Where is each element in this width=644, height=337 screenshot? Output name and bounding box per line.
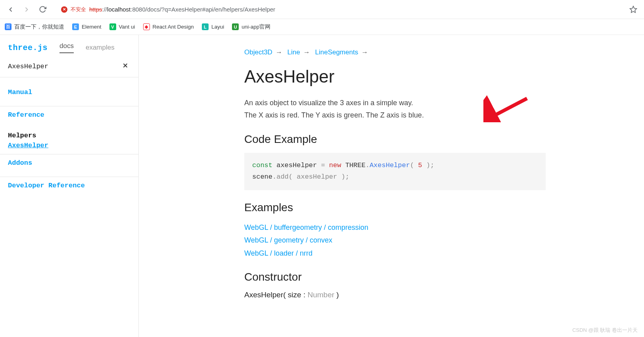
- bookmark-label: uni-app官网: [242, 23, 270, 31]
- example-link[interactable]: WebGL / buffergeometry / compression: [244, 221, 546, 234]
- url-text: https://localhost:8080/docs/?q=AxesHelpe…: [89, 6, 275, 13]
- bookmark-label: Element: [82, 24, 102, 30]
- arrow-icon: →: [361, 48, 368, 56]
- bookmark-item[interactable]: VVant ui: [109, 23, 135, 30]
- bookmark-icon: U: [232, 23, 239, 30]
- description: An axis object to visualize the 3 axes i…: [244, 97, 546, 121]
- sidebar-header: three.js docs examples: [0, 35, 138, 56]
- nav-devref[interactable]: Developer Reference: [0, 177, 138, 194]
- arrow-icon: →: [276, 48, 282, 56]
- bookmark-item[interactable]: ◆React Ant Design: [143, 23, 194, 30]
- bookmark-star-button[interactable]: [627, 3, 640, 16]
- nav-helpers-head: Helpers: [8, 132, 130, 139]
- bookmark-icon: E: [72, 23, 79, 30]
- bookmark-label: Layui: [211, 24, 224, 30]
- tab-examples[interactable]: examples: [86, 44, 115, 52]
- content: Object3D→ Line→ LineSegments→ AxesHelper…: [139, 35, 644, 337]
- bookmark-item[interactable]: Uuni-app官网: [232, 23, 270, 31]
- nav-item-axeshelper[interactable]: AxesHelper: [8, 142, 48, 149]
- heading-code-example: Code Example: [244, 133, 546, 146]
- star-icon: [629, 6, 637, 13]
- search-input[interactable]: [8, 63, 120, 70]
- constructor-signature: AxesHelper( size : Number ): [244, 291, 546, 299]
- tab-docs[interactable]: docs: [59, 42, 74, 53]
- bookmark-item[interactable]: LLayui: [202, 23, 224, 30]
- browser-chrome: ✕ 不安全 https://localhost:8080/docs/?q=Axe…: [0, 0, 644, 19]
- watermark: CSDN @跟 耿瑞 卷出一片天: [572, 327, 638, 334]
- breadcrumb: Object3D→ Line→ LineSegments→: [244, 48, 546, 56]
- page-title: AxesHelper: [244, 67, 546, 87]
- nav-reference-sub: Helpers AxesHelper: [0, 124, 138, 149]
- svg-marker-0: [630, 6, 637, 12]
- nav-manual[interactable]: Manual: [0, 84, 138, 101]
- examples-list: WebGL / buffergeometry / compression Web…: [244, 221, 546, 260]
- forward-button[interactable]: [20, 3, 33, 16]
- clear-search-button[interactable]: [120, 61, 130, 71]
- bookmark-label: 百度一下，你就知道: [14, 23, 64, 31]
- example-link[interactable]: WebGL / geometry / convex: [244, 234, 546, 246]
- bookmark-label: Vant ui: [119, 24, 135, 30]
- nav-reference[interactable]: Reference: [0, 106, 138, 124]
- bookmark-label: React Ant Design: [153, 24, 194, 30]
- bookmark-item[interactable]: 百百度一下，你就知道: [5, 23, 64, 31]
- nav: Manual Reference Helpers AxesHelper Addo…: [0, 77, 138, 194]
- example-link[interactable]: WebGL / loader / nrrd: [244, 247, 546, 260]
- arrow-left-icon: [7, 6, 15, 13]
- bookmark-icon: ◆: [143, 23, 150, 30]
- bookmark-bar: 百百度一下，你就知道 EElement VVant ui ◆React Ant …: [0, 19, 644, 35]
- arrow-icon: →: [303, 48, 310, 56]
- reload-button[interactable]: [36, 3, 49, 16]
- breadcrumb-link[interactable]: LineSegments: [315, 48, 358, 56]
- nav-addons[interactable]: Addons: [0, 154, 138, 172]
- sidebar: three.js docs examples Manual Reference …: [0, 35, 139, 337]
- logo[interactable]: three.js: [8, 43, 48, 52]
- bookmark-icon: 百: [5, 23, 12, 30]
- reload-icon: [39, 6, 46, 13]
- code-block: const axesHelper = new THREE.AxesHelper(…: [244, 153, 546, 190]
- app: three.js docs examples Manual Reference …: [0, 35, 644, 337]
- close-icon: [122, 62, 129, 69]
- heading-examples: Examples: [244, 201, 546, 214]
- bookmark-item[interactable]: EElement: [72, 23, 102, 30]
- heading-constructor: Constructor: [244, 271, 546, 283]
- arrow-right-icon: [23, 6, 31, 13]
- bookmark-icon: L: [202, 23, 209, 30]
- bookmark-icon: V: [109, 23, 116, 30]
- back-button[interactable]: [4, 3, 17, 16]
- breadcrumb-link[interactable]: Line: [288, 48, 300, 56]
- breadcrumb-link[interactable]: Object3D: [244, 48, 272, 56]
- search-row: [0, 56, 138, 77]
- insecure-label: 不安全: [71, 6, 86, 13]
- url-bar[interactable]: ✕ 不安全 https://localhost:8080/docs/?q=Axe…: [56, 2, 620, 17]
- insecure-icon: ✕: [61, 6, 67, 13]
